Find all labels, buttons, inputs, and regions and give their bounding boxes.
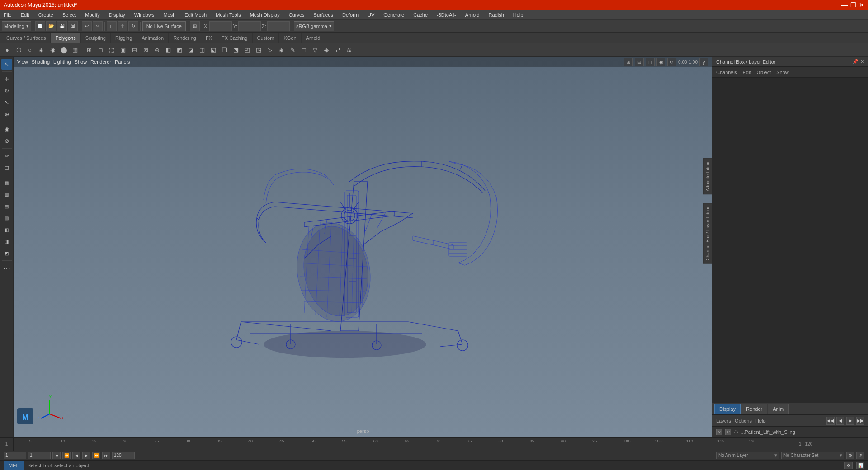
menu-radish[interactable]: Radish — [487, 11, 506, 19]
timeline-bar[interactable]: 5 10 15 20 25 30 35 40 45 50 55 60 65 70… — [14, 438, 796, 451]
char-set-dropdown[interactable]: No Character Set ▾ — [781, 452, 844, 459]
snap-btn[interactable]: ⊞ — [190, 21, 200, 31]
status-icon2[interactable]: 📊 — [856, 462, 864, 469]
vp-menu-renderer[interactable]: Renderer — [90, 59, 111, 65]
vp-ctrl2[interactable]: ⊟ — [635, 58, 644, 66]
menu-select[interactable]: Select — [61, 11, 78, 19]
vp-gamma-btn[interactable]: γ — [699, 58, 708, 66]
more-tools-btn[interactable]: ⋯ — [1, 263, 12, 273]
anim-settings-btn[interactable]: ⚙ — [846, 452, 854, 459]
select-similar-btn[interactable]: ≋ — [344, 45, 354, 56]
menu-create[interactable]: Create — [37, 11, 55, 19]
anim-play-fwd-btn[interactable]: ▶ — [82, 452, 90, 459]
vp-ctrl1[interactable]: ⊞ — [624, 58, 633, 66]
menu-file[interactable]: File — [2, 11, 14, 19]
anim-skip-end-btn[interactable]: ⏭ — [102, 452, 110, 459]
menu-edit-mesh[interactable]: Edit Mesh — [183, 11, 208, 19]
select-btn[interactable]: ◻ — [107, 21, 117, 31]
paint-weights-btn[interactable]: ✏ — [1, 150, 12, 161]
close-btn[interactable]: ✕ — [859, 1, 864, 9]
component-uvmap-btn[interactable]: ◈ — [36, 45, 47, 56]
layer2-btn[interactable]: ▨ — [1, 201, 12, 212]
component-soft-btn[interactable]: ◉ — [47, 45, 58, 56]
universal-manip-btn[interactable]: ⊕ — [1, 109, 12, 120]
anim-play-back-btn[interactable]: ◀ — [72, 452, 80, 459]
tab-rendering[interactable]: Rendering — [169, 33, 201, 43]
mirror-btn[interactable]: ⬔ — [231, 45, 241, 56]
tab-fx[interactable]: FX — [201, 33, 217, 43]
layer-item[interactable]: V P / \ ...Patient_Lift_with_Sling — [712, 427, 868, 437]
crease-btn[interactable]: ◳ — [253, 45, 264, 56]
cb-tab-channels[interactable]: Channels — [716, 70, 737, 75]
minimize-btn[interactable]: — — [841, 1, 848, 9]
bridge-btn[interactable]: ⬚ — [106, 45, 117, 56]
disp-tab-anim[interactable]: Anim — [768, 404, 789, 414]
cb-tab-show[interactable]: Show — [776, 70, 789, 75]
tab-fx-caching[interactable]: FX Caching — [217, 33, 252, 43]
tab-custom[interactable]: Custom — [253, 33, 279, 43]
soft-select-btn[interactable]: ◉ — [1, 124, 12, 135]
maximize-btn[interactable]: ❐ — [850, 1, 856, 9]
anim-step-fwd-btn[interactable]: ⏩ — [92, 452, 100, 459]
x-input[interactable] — [209, 21, 232, 31]
tab-layers[interactable]: Layers — [716, 418, 731, 423]
mel-tab[interactable]: MEL — [4, 461, 24, 470]
layer5-btn[interactable]: ◨ — [1, 236, 12, 247]
tab-sculpting[interactable]: Sculpting — [81, 33, 111, 43]
menu-curves[interactable]: Curves — [287, 11, 307, 19]
anim-loop-btn[interactable]: ↺ — [856, 452, 864, 459]
merge-btn[interactable]: ▣ — [118, 45, 128, 56]
vp-menu-view[interactable]: View — [17, 59, 28, 65]
cb-tab-edit[interactable]: Edit — [742, 70, 751, 75]
bevel-btn[interactable]: ◻ — [95, 45, 106, 56]
menu-arnold[interactable]: Arnold — [463, 11, 481, 19]
window-controls[interactable]: — ❐ ✕ — [841, 1, 864, 9]
new-file-btn[interactable]: 📄 — [35, 21, 45, 31]
close-panel-icon[interactable]: ✕ — [860, 59, 864, 65]
layer3-btn[interactable]: ▩ — [1, 212, 12, 223]
component-vertex-btn[interactable]: ○ — [24, 45, 35, 56]
anim-skip-start-btn[interactable]: ⏮ — [52, 452, 61, 459]
tab-options[interactable]: Options — [735, 418, 752, 423]
rotate-tool-btn[interactable]: ↻ — [1, 85, 12, 96]
viewport[interactable]: View Shading Lighting Show Renderer Pane… — [14, 57, 712, 437]
duplicate-btn[interactable]: ❑ — [219, 45, 230, 56]
menu-deform[interactable]: Deform — [340, 11, 360, 19]
menu-uv[interactable]: UV — [366, 11, 376, 19]
disp-tab-render[interactable]: Render — [741, 404, 767, 414]
save-btn[interactable]: 💾 — [57, 21, 67, 31]
layer-fwd-btn[interactable]: ▶ — [846, 417, 854, 425]
smooth-mesh-btn[interactable]: ◰ — [242, 45, 253, 56]
layer-visibility-btn[interactable]: V — [716, 429, 722, 435]
vp-menu-panels[interactable]: Panels — [115, 59, 130, 65]
menu-edit[interactable]: Edit — [19, 11, 31, 19]
tab-rigging[interactable]: Rigging — [111, 33, 137, 43]
status-icon1[interactable]: ⚙ — [844, 462, 853, 469]
menu-windows[interactable]: Windows — [132, 11, 156, 19]
retopo-btn[interactable]: ◈ — [321, 45, 332, 56]
poke-btn[interactable]: ◫ — [197, 45, 208, 56]
menu-mesh[interactable]: Mesh — [161, 11, 177, 19]
layer-skip-fwd-btn[interactable]: ▶▶ — [856, 417, 864, 425]
tab-arnold[interactable]: Arnold — [302, 33, 326, 43]
disp-tab-display[interactable]: Display — [714, 404, 741, 414]
menu-modify[interactable]: Modify — [83, 11, 101, 19]
rotate-btn[interactable]: ↻ — [128, 21, 138, 31]
component-edge-btn[interactable]: ⬡ — [13, 45, 24, 56]
menu-generate[interactable]: Generate — [382, 11, 406, 19]
mode-dropdown[interactable]: Modeling ▾ — [2, 21, 31, 31]
menu-mesh-display[interactable]: Mesh Display — [248, 11, 282, 19]
attribute-editor-tab[interactable]: Attribute Editor — [703, 158, 712, 194]
menu-cache[interactable]: Cache — [411, 11, 429, 19]
component-multi-btn[interactable]: ⬤ — [58, 45, 69, 56]
select-tool-btn[interactable]: ↖ — [1, 59, 12, 70]
menu-3dto-all[interactable]: -3DtoAll- — [435, 11, 458, 19]
tab-layers-help[interactable]: Help — [755, 418, 766, 423]
layer-back-btn[interactable]: ◀ — [836, 417, 844, 425]
layer1-btn[interactable]: ▧ — [1, 189, 12, 200]
channel-box-tab[interactable]: Channel Box / Layer Editor — [703, 203, 712, 264]
boolean-btn[interactable]: ⊕ — [151, 45, 162, 56]
layer-skip-back-btn[interactable]: ◀◀ — [826, 417, 835, 425]
cb-tab-object[interactable]: Object — [756, 70, 771, 75]
move-tool-btn[interactable]: ✛ — [1, 74, 12, 85]
